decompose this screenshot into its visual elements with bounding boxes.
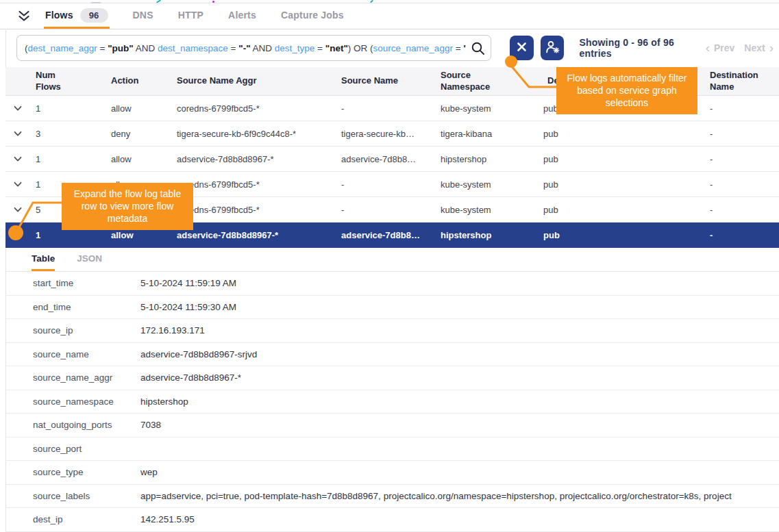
detail-row: source_namespacehipstershop: [5, 390, 779, 414]
flow-row[interactable]: 3denytigera-secure-kb-6f9c9c44c8-*tigera…: [5, 121, 779, 147]
cell-destination-name: -: [704, 129, 779, 139]
search-icon[interactable]: [471, 41, 486, 59]
callout-filter-hint: Flow logs automatically filter based on …: [556, 67, 697, 114]
flow-row[interactable]: 1allowadservice-7d8b8d8967-*adservice-7d…: [5, 147, 779, 172]
prev-button[interactable]: Prev: [714, 42, 734, 53]
query-segment-text: ) OR (: [348, 43, 373, 53]
detail-row: source_ip172.16.193.171: [5, 319, 779, 343]
clear-filter-button[interactable]: [510, 36, 534, 60]
tab-label: DNS: [133, 10, 153, 21]
query-segment-text: AND: [251, 43, 275, 53]
detail-field-key: nat_outgoing_ports: [5, 420, 140, 430]
chevron-right-icon[interactable]: ›: [769, 41, 774, 54]
next-button[interactable]: Next: [744, 42, 765, 53]
chevron-left-icon[interactable]: ‹: [706, 41, 710, 54]
query-segment-text: =: [453, 43, 463, 53]
detail-tabbar: TableJSON: [5, 247, 779, 272]
query-segment-text: =: [97, 43, 108, 53]
cell-num-flows: 1: [30, 103, 106, 114]
detail-field-value: adservice-7d8b8d8967-*: [140, 372, 779, 383]
query-segment-value: "-": [238, 43, 250, 53]
cell-source-name: -: [336, 179, 435, 190]
column-header-source-name[interactable]: Source Name: [336, 75, 435, 86]
detail-row: dest_ip142.251.5.95: [5, 508, 779, 532]
query-segment-value: "net": [325, 43, 348, 53]
tab-http[interactable]: HTTP: [177, 3, 205, 29]
cell-source-namespace: kube-system: [435, 103, 538, 114]
detail-field-value: 5-10-2024 11:59:30 AM: [140, 302, 779, 312]
cell-action: allow: [106, 103, 171, 114]
row-expand-chevron-icon[interactable]: [5, 156, 30, 162]
cell-destination-name: -: [704, 230, 779, 240]
column-header-source-namespace[interactable]: Source Namespace: [435, 70, 538, 92]
detail-row: end_time5-10-2024 11:59:30 AM: [5, 296, 779, 320]
detail-row: source_typewep: [5, 461, 779, 485]
cell-source-name-aggr: tigera-secure-kb-6f9c9c44c8-*: [171, 129, 336, 139]
tab-label: Alerts: [228, 10, 256, 21]
cell-dest-name-aggr: pub: [538, 154, 704, 164]
callout-expand-hint: Expand the flow log table row to view mo…: [62, 183, 193, 230]
detail-field-value: adservice-7d8b8d8967-srjvd: [140, 349, 779, 359]
column-header-num-flows[interactable]: Num Flows: [30, 70, 106, 92]
row-expand-chevron-icon[interactable]: [5, 181, 30, 188]
close-icon: [517, 42, 527, 54]
detail-field-value: wep: [140, 467, 779, 477]
query-segment-text: =: [228, 43, 238, 53]
cell-dest-name-aggr: pub: [538, 230, 704, 240]
tab-label: Flows: [45, 10, 73, 21]
detail-field-key: source_type: [5, 467, 140, 477]
cell-source-name: tigera-secure-kb…: [336, 129, 435, 139]
user-settings-button[interactable]: [541, 36, 565, 60]
tab-capture-jobs[interactable]: Capture Jobs: [280, 3, 345, 29]
detail-field-key: source_name: [5, 349, 140, 359]
collapse-panel-icon[interactable]: [16, 9, 32, 24]
detail-field-key: dest_ip: [5, 514, 140, 524]
column-header-source-name-aggr[interactable]: Source Name Aggr: [171, 75, 336, 86]
detail-row: nat_outgoing_ports7038: [5, 414, 779, 438]
cell-action: deny: [106, 129, 171, 139]
cell-num-flows: 3: [30, 129, 106, 139]
detail-field-key: end_time: [5, 302, 140, 312]
query-segment-text: =: [314, 43, 325, 53]
detail-row: source_port: [5, 438, 779, 461]
cell-source-name-aggr: adservice-7d8b8d8967-*: [171, 230, 336, 240]
cell-source-name-aggr: coredns-6799fbcd5-*: [171, 103, 336, 114]
cell-dest-name-aggr: pub: [538, 179, 704, 190]
cell-source-name-aggr: adservice-7d8b8d8967-*: [171, 154, 336, 164]
cell-destination-name: -: [704, 179, 779, 190]
row-expand-chevron-icon[interactable]: [5, 131, 30, 137]
cell-dest-name-aggr: pub: [538, 129, 704, 139]
query-segment-field: source_name_aggr: [373, 43, 453, 53]
cell-num-flows: 1: [30, 154, 106, 164]
query-segment-text: AND: [134, 43, 158, 53]
column-header-destination-name[interactable]: Destination Name: [704, 70, 779, 92]
detail-field-key: source_port: [5, 444, 140, 454]
cell-source-namespace: kube-system: [435, 179, 538, 190]
detail-row: source_name_aggradservice-7d8b8d8967-*: [5, 366, 779, 390]
cell-source-name: -: [336, 103, 435, 114]
detail-field-key: source_labels: [5, 491, 140, 501]
cell-destination-name: -: [704, 154, 779, 164]
query-segment-value: "pub": [108, 43, 134, 53]
detail-tab-json[interactable]: JSON: [77, 247, 102, 271]
filter-bar: (dest_name_aggr = "pub" AND dest_namespa…: [5, 33, 779, 63]
cell-destination-name: -: [704, 205, 779, 215]
detail-field-key: source_namespace: [5, 396, 140, 407]
detail-field-key: start_time: [5, 278, 140, 288]
filter-query-input[interactable]: (dest_name_aggr = "pub" AND dest_namespa…: [16, 35, 491, 61]
flow-detail-panel: TableJSON start_time5-10-2024 11:59:19 A…: [5, 247, 779, 532]
column-header-action[interactable]: Action: [106, 75, 171, 86]
flow-logs-tabbar: Flows96DNSHTTPAlertsCapture Jobs: [0, 3, 779, 29]
graph-fragment: [370, 0, 373, 3]
row-expand-chevron-icon[interactable]: [5, 207, 30, 213]
detail-row: source_nameadservice-7d8b8d8967-srjvd: [5, 343, 779, 367]
cell-destination-name: -: [704, 103, 779, 114]
row-expand-chevron-icon[interactable]: [5, 232, 30, 238]
tab-alerts[interactable]: Alerts: [227, 3, 258, 29]
row-expand-chevron-icon[interactable]: [5, 105, 30, 112]
cell-source-name: -: [336, 205, 435, 215]
tab-flows[interactable]: Flows96: [44, 3, 110, 29]
entries-count-label: Showing 0 - 96 of 96 entries: [579, 37, 705, 59]
detail-tab-table[interactable]: Table: [32, 247, 55, 271]
tab-dns[interactable]: DNS: [132, 3, 155, 29]
